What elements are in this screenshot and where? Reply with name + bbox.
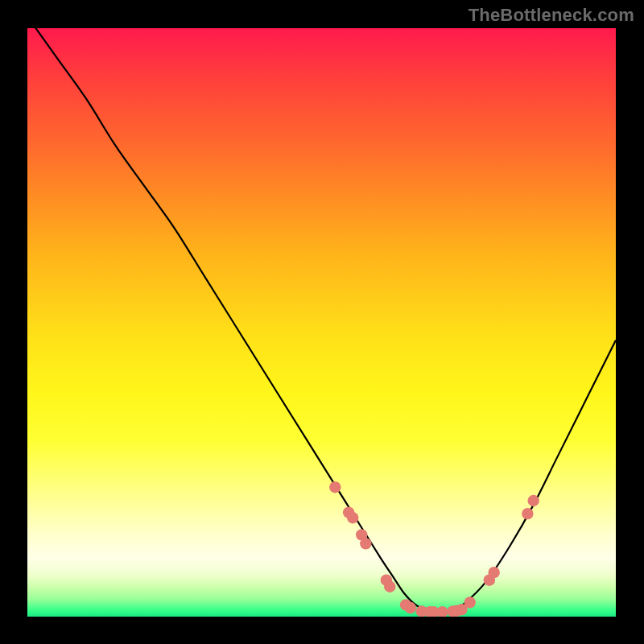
- chart-curve: [27, 28, 616, 611]
- chart-marker: [405, 602, 416, 613]
- chart-marker: [329, 481, 341, 493]
- chart-marker: [522, 508, 533, 519]
- chart-marker: [347, 512, 358, 523]
- watermark-label: TheBottleneck.com: [469, 5, 634, 26]
- chart-marker: [436, 606, 448, 617]
- chart-marker: [488, 567, 499, 578]
- chart-marker: [360, 538, 371, 549]
- chart-marker: [464, 597, 476, 608]
- chart-plot-area: [27, 28, 616, 617]
- chart-marker: [384, 581, 395, 592]
- chart-marker: [527, 495, 539, 506]
- chart-svg: [27, 28, 616, 617]
